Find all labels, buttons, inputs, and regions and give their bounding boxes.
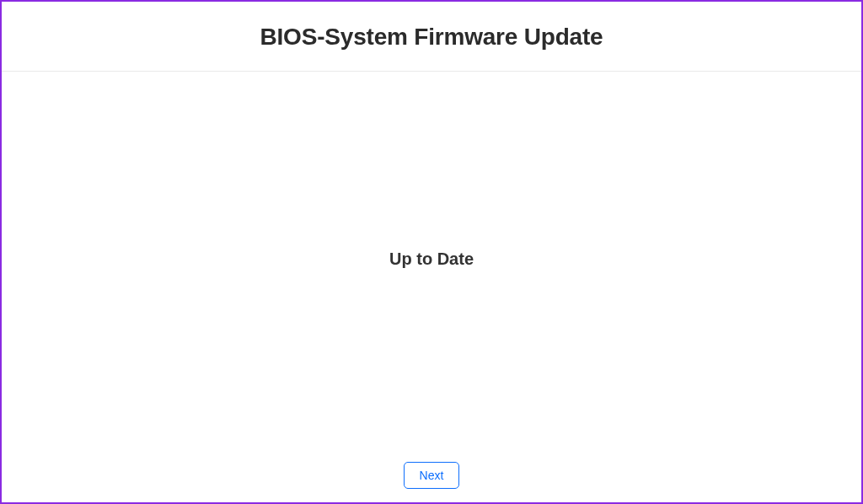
header: BIOS-System Firmware Update <box>0 0 863 72</box>
update-status-text: Up to Date <box>389 249 474 269</box>
content-area: Up to Date <box>0 72 863 447</box>
firmware-update-panel: BIOS-System Firmware Update Up to Date N… <box>0 0 863 504</box>
next-button[interactable]: Next <box>404 462 460 489</box>
page-title: BIOS-System Firmware Update <box>17 24 846 51</box>
footer: Next <box>0 447 863 504</box>
